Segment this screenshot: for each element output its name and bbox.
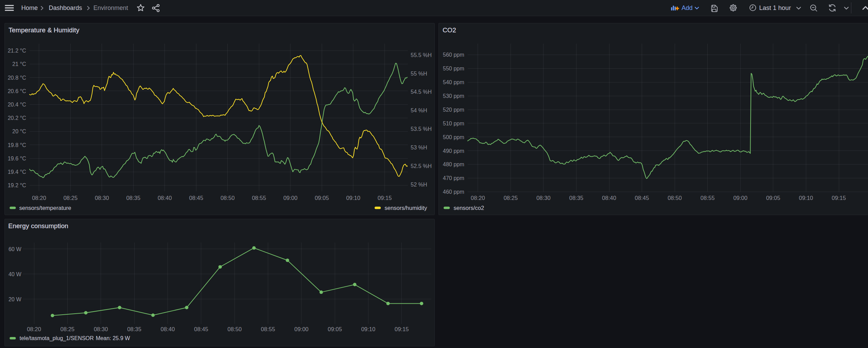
svg-text:20 W: 20 W (9, 296, 22, 302)
svg-text:08:55: 08:55 (252, 195, 266, 201)
svg-text:09:15: 09:15 (832, 195, 846, 201)
svg-text:09:05: 09:05 (328, 326, 342, 332)
svg-text:09:10: 09:10 (361, 326, 375, 332)
svg-text:20.2 °C: 20.2 °C (8, 115, 26, 121)
svg-text:08:40: 08:40 (158, 195, 172, 201)
svg-text:500 ppm: 500 ppm (443, 134, 464, 140)
svg-text:08:45: 08:45 (194, 326, 208, 332)
svg-text:21.2 °C: 21.2 °C (8, 48, 26, 54)
svg-text:19.2 °C: 19.2 °C (8, 182, 26, 188)
svg-text:08:50: 08:50 (667, 195, 682, 201)
svg-text:520 ppm: 520 ppm (443, 107, 464, 113)
svg-text:54 %H: 54 %H (411, 108, 427, 113)
svg-text:08:30: 08:30 (94, 326, 108, 332)
svg-text:08:50: 08:50 (228, 326, 242, 332)
svg-text:08:45: 08:45 (189, 195, 203, 201)
svg-text:08:55: 08:55 (261, 326, 275, 332)
svg-text:08:40: 08:40 (161, 326, 175, 332)
svg-text:53 %H: 53 %H (411, 145, 427, 150)
svg-text:470 ppm: 470 ppm (443, 175, 464, 181)
svg-text:09:00: 09:00 (733, 195, 747, 201)
svg-text:09:05: 09:05 (315, 195, 329, 201)
svg-text:08:55: 08:55 (700, 195, 715, 201)
svg-text:08:40: 08:40 (602, 195, 616, 201)
svg-text:08:50: 08:50 (220, 195, 235, 201)
svg-text:Mean: 25.9 W: Mean: 25.9 W (96, 335, 130, 341)
svg-text:09:15: 09:15 (378, 195, 392, 201)
svg-text:460 ppm: 460 ppm (443, 189, 464, 195)
svg-text:19.8 °C: 19.8 °C (8, 142, 26, 148)
svg-text:09:10: 09:10 (346, 195, 360, 201)
svg-text:09:00: 09:00 (283, 195, 297, 201)
svg-text:550 ppm: 550 ppm (443, 66, 464, 71)
svg-text:08:35: 08:35 (569, 195, 583, 201)
svg-text:55.5 %H: 55.5 %H (411, 52, 432, 58)
svg-text:08:30: 08:30 (536, 195, 550, 201)
svg-text:52 %H: 52 %H (411, 182, 427, 188)
svg-text:20.4 °C: 20.4 °C (8, 102, 26, 108)
svg-text:19.6 °C: 19.6 °C (8, 156, 26, 161)
svg-text:08:20: 08:20 (32, 195, 46, 201)
svg-text:19.4 °C: 19.4 °C (8, 169, 26, 175)
svg-text:55 %H: 55 %H (411, 71, 427, 77)
svg-text:530 ppm: 530 ppm (443, 93, 464, 99)
svg-text:09:05: 09:05 (766, 195, 780, 201)
svg-text:08:35: 08:35 (126, 195, 140, 201)
svg-text:08:20: 08:20 (471, 195, 485, 201)
svg-text:09:00: 09:00 (294, 326, 308, 332)
svg-text:08:25: 08:25 (60, 326, 75, 332)
svg-text:510 ppm: 510 ppm (443, 121, 464, 126)
svg-text:09:15: 09:15 (395, 326, 409, 332)
svg-text:08:25: 08:25 (64, 195, 78, 201)
svg-text:20 °C: 20 °C (12, 128, 26, 134)
svg-text:09:10: 09:10 (799, 195, 813, 201)
svg-text:490 ppm: 490 ppm (443, 148, 464, 154)
svg-text:53.5 %H: 53.5 %H (411, 126, 432, 132)
svg-text:40 W: 40 W (9, 271, 22, 277)
svg-text:08:25: 08:25 (504, 195, 518, 201)
svg-text:tele/tasmota_plug_1/SENSOR: tele/tasmota_plug_1/SENSOR (20, 335, 94, 341)
svg-text:20.8 °C: 20.8 °C (8, 75, 26, 81)
svg-text:08:35: 08:35 (127, 326, 141, 332)
svg-text:08:30: 08:30 (95, 195, 109, 201)
svg-text:54.5 %H: 54.5 %H (411, 89, 432, 95)
svg-text:21 °C: 21 °C (12, 61, 26, 67)
svg-text:08:45: 08:45 (635, 195, 649, 201)
svg-text:60 W: 60 W (9, 246, 22, 252)
svg-text:sensors/humidity: sensors/humidity (385, 205, 427, 211)
svg-text:540 ppm: 540 ppm (443, 79, 464, 85)
svg-text:560 ppm: 560 ppm (443, 52, 464, 58)
svg-text:sensors/co2: sensors/co2 (454, 205, 484, 211)
svg-text:480 ppm: 480 ppm (443, 161, 464, 167)
svg-text:sensors/temperature: sensors/temperature (19, 205, 71, 211)
svg-text:08:20: 08:20 (27, 326, 41, 332)
svg-text:20.6 °C: 20.6 °C (8, 88, 26, 94)
svg-text:52.5 %H: 52.5 %H (411, 163, 432, 169)
